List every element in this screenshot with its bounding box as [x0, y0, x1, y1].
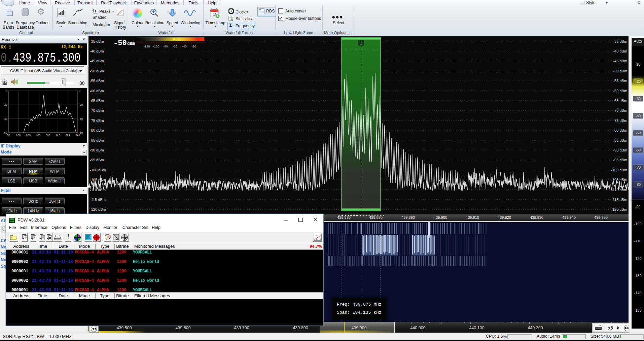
- svg-text:200: 200: [26, 134, 31, 137]
- svg-text:-65 dBm: -65 dBm: [613, 99, 627, 103]
- svg-text:?: ?: [107, 235, 109, 239]
- svg-text:-120 dBm: -120 dBm: [611, 207, 627, 211]
- svg-text:-40 dBm: -40 dBm: [90, 49, 104, 53]
- svg-text:-105 dBm: -105 dBm: [611, 178, 627, 182]
- svg-text:-100: -100: [153, 44, 159, 48]
- svg-text:-50 dBm: -50 dBm: [613, 69, 627, 73]
- svg-text:-55 dBm: -55 dBm: [90, 79, 104, 83]
- svg-text:-40: -40: [182, 44, 187, 48]
- svg-text:-100 dBm: -100 dBm: [90, 168, 106, 172]
- svg-text:-120 dBm: -120 dBm: [90, 207, 106, 211]
- svg-text:-75 dBm: -75 dBm: [613, 118, 627, 123]
- svg-text:-110 dBm: -110 dBm: [90, 188, 106, 192]
- svg-text:-60 dBm: -60 dBm: [90, 89, 104, 93]
- svg-text:3k2: 3k2: [66, 134, 70, 137]
- svg-text:-35 dBm: -35 dBm: [613, 39, 627, 43]
- svg-text:-80: -80: [163, 44, 168, 48]
- svg-text:-70 dBm: -70 dBm: [90, 108, 104, 112]
- svg-text:-20: -20: [191, 44, 196, 48]
- svg-text:-80 dBm: -80 dBm: [613, 128, 627, 132]
- svg-text:0: 0: [79, 89, 80, 93]
- svg-text:-95 dBm: -95 dBm: [90, 158, 104, 162]
- svg-text:-95 dBm: -95 dBm: [613, 158, 627, 162]
- svg-text:-40: -40: [3, 117, 8, 121]
- svg-text:0: 0: [6, 89, 7, 93]
- svg-text:-20: -20: [79, 103, 83, 106]
- svg-text:-65 dBm: -65 dBm: [90, 99, 104, 103]
- svg-text:1: 1: [360, 41, 362, 45]
- svg-text:-40 dBm: -40 dBm: [613, 49, 627, 53]
- svg-text:9: 9: [231, 18, 233, 22]
- svg-text:-85 dBm: -85 dBm: [90, 138, 104, 142]
- svg-text:-50: -50: [113, 39, 127, 47]
- svg-text:-60 dBm: -60 dBm: [613, 89, 627, 93]
- svg-text:-80 dBm: -80 dBm: [90, 128, 104, 132]
- svg-text:-45 dBm: -45 dBm: [613, 59, 627, 63]
- svg-text:100: 100: [16, 134, 21, 137]
- svg-text:-40: -40: [79, 117, 83, 121]
- svg-text:dBm: dBm: [127, 41, 135, 46]
- svg-text:400: 400: [36, 134, 40, 137]
- svg-text:-110 dBm: -110 dBm: [611, 188, 627, 192]
- svg-text:-120: -120: [143, 44, 150, 48]
- svg-text:-60: -60: [173, 44, 177, 48]
- svg-text:-90 dBm: -90 dBm: [90, 148, 104, 152]
- svg-text:-35 dBm: -35 dBm: [90, 39, 104, 43]
- svg-text:-75 dBm: -75 dBm: [90, 118, 104, 123]
- svg-text:-115 dBm: -115 dBm: [611, 198, 627, 202]
- svg-text:1k6: 1k6: [56, 134, 60, 137]
- svg-text:800: 800: [46, 134, 50, 137]
- svg-text:-45 dBm: -45 dBm: [90, 59, 104, 63]
- svg-text:-105 dBm: -105 dBm: [90, 178, 106, 182]
- svg-text:-55 dBm: -55 dBm: [613, 79, 627, 83]
- svg-text:6k4: 6k4: [75, 134, 80, 137]
- svg-text:-20: -20: [3, 103, 8, 106]
- svg-text:50: 50: [7, 134, 10, 137]
- svg-text:-70 dBm: -70 dBm: [613, 108, 627, 112]
- svg-text:-115 dBm: -115 dBm: [90, 198, 106, 202]
- svg-text:-50 dBm: -50 dBm: [90, 69, 104, 73]
- svg-text:-100 dBm: -100 dBm: [611, 168, 627, 172]
- svg-text:-90 dBm: -90 dBm: [613, 148, 627, 152]
- svg-text:-85 dBm: -85 dBm: [613, 138, 627, 142]
